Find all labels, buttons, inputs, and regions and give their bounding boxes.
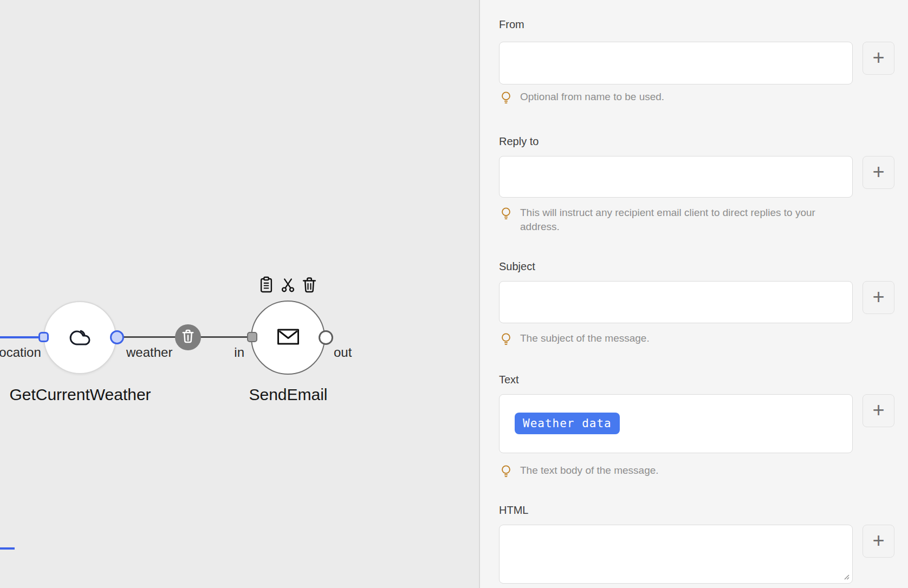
reply-to-label: Reply to <box>499 135 908 148</box>
node-getcurrentweather[interactable] <box>43 301 116 374</box>
section-subject: Subject + The subject of the message. <box>499 260 908 346</box>
from-input[interactable] <box>499 42 853 84</box>
html-input[interactable] <box>499 525 853 584</box>
port-location-input[interactable] <box>38 332 49 342</box>
weather-data-token[interactable]: Weather data <box>515 413 620 434</box>
node-config-panel: From + Optional from name to be used. Re… <box>479 0 908 588</box>
flow-canvas[interactable]: location weather GetCurrentWeather <box>0 0 480 588</box>
lightbulb-icon <box>499 90 513 104</box>
delete-button[interactable] <box>302 277 316 295</box>
lightbulb-icon <box>499 332 513 346</box>
port-weather-output[interactable] <box>110 330 124 344</box>
copy-button[interactable] <box>259 277 273 295</box>
add-variable-button-text[interactable]: + <box>862 394 894 427</box>
add-variable-button-reply-to[interactable]: + <box>862 156 894 189</box>
edge-location[interactable] <box>0 336 39 338</box>
text-hint: The text body of the message. <box>499 463 824 478</box>
cut-button[interactable] <box>281 277 295 295</box>
section-html: HTML + <box>499 504 908 584</box>
html-label: HTML <box>499 504 908 517</box>
edge-delete-button[interactable] <box>175 324 201 350</box>
node-label-sendemail: SendEmail <box>249 386 327 404</box>
reply-to-input[interactable] <box>499 156 853 198</box>
node-toolbar <box>259 277 316 295</box>
cloud-icon <box>67 326 94 350</box>
subject-label: Subject <box>499 260 908 273</box>
edge-offscreen[interactable] <box>0 547 15 550</box>
section-reply-to: Reply to + This will instruct any recipi… <box>499 135 908 234</box>
from-label: From <box>499 18 908 31</box>
add-variable-button-html[interactable]: + <box>862 525 894 558</box>
port-label-weather: weather <box>126 345 172 360</box>
trash-icon <box>181 329 194 345</box>
node-label-getcurrentweather: GetCurrentWeather <box>9 386 151 404</box>
node-sendemail[interactable] <box>251 300 325 375</box>
copy-icon <box>260 276 273 296</box>
envelope-icon <box>277 328 300 348</box>
cut-icon <box>281 278 295 295</box>
lightbulb-icon <box>499 464 513 478</box>
section-text: Text Weather data + The text body of the… <box>499 373 908 478</box>
port-label-out: out <box>334 345 352 360</box>
port-label-location: location <box>0 345 41 360</box>
text-input[interactable]: Weather data <box>499 394 853 453</box>
from-hint: Optional from name to be used. <box>499 90 824 104</box>
add-variable-button-from[interactable]: + <box>862 42 894 75</box>
trash-icon <box>302 277 316 295</box>
section-from: From + Optional from name to be used. <box>499 18 908 104</box>
add-variable-button-subject[interactable]: + <box>862 281 894 314</box>
reply-to-hint: This will instruct any recipient email c… <box>499 206 824 234</box>
text-label: Text <box>499 373 908 386</box>
port-in-input[interactable] <box>247 332 257 342</box>
subject-input[interactable] <box>499 281 853 323</box>
lightbulb-icon <box>499 206 513 220</box>
port-label-in: in <box>219 345 244 360</box>
subject-hint: The subject of the message. <box>499 331 824 346</box>
port-out-output[interactable] <box>319 330 333 345</box>
